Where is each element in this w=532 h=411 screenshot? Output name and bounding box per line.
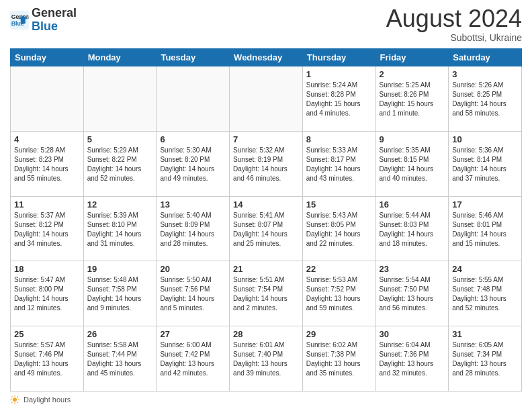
header-sunday: Sunday xyxy=(11,49,84,66)
table-row: 25Sunrise: 5:57 AM Sunset: 7:46 PM Dayli… xyxy=(11,326,84,392)
day-info: Sunrise: 5:50 AM Sunset: 7:56 PM Dayligh… xyxy=(160,275,226,313)
day-number: 11 xyxy=(14,199,80,210)
svg-line-12 xyxy=(11,402,12,403)
day-number: 23 xyxy=(380,264,445,274)
day-number: 16 xyxy=(380,199,445,210)
svg-point-4 xyxy=(13,398,17,402)
table-row: 10Sunrise: 5:36 AM Sunset: 8:14 PM Dayli… xyxy=(449,131,522,196)
header-saturday: Saturday xyxy=(449,49,522,66)
table-row: 20Sunrise: 5:50 AM Sunset: 7:56 PM Dayli… xyxy=(157,261,230,326)
day-number: 21 xyxy=(233,264,299,274)
day-info: Sunrise: 5:41 AM Sunset: 8:07 PM Dayligh… xyxy=(233,211,299,248)
day-info: Sunrise: 5:26 AM Sunset: 8:25 PM Dayligh… xyxy=(452,81,518,118)
table-row: 23Sunrise: 5:54 AM Sunset: 7:50 PM Dayli… xyxy=(375,261,449,326)
table-row: 9Sunrise: 5:35 AM Sunset: 8:15 PM Daylig… xyxy=(375,131,449,196)
table-row: 8Sunrise: 5:33 AM Sunset: 8:17 PM Daylig… xyxy=(302,131,375,196)
day-info: Sunrise: 5:35 AM Sunset: 8:15 PM Dayligh… xyxy=(380,146,445,183)
table-row: 3Sunrise: 5:26 AM Sunset: 8:25 PM Daylig… xyxy=(449,66,522,132)
footer-note: Daylight hours xyxy=(10,395,522,404)
location: Subottsi, Ukraine xyxy=(386,32,522,43)
table-row: 15Sunrise: 5:43 AM Sunset: 8:05 PM Dayli… xyxy=(302,196,375,261)
day-info: Sunrise: 5:57 AM Sunset: 7:46 PM Dayligh… xyxy=(14,340,80,378)
day-number: 7 xyxy=(233,134,299,144)
table-row: 22Sunrise: 5:53 AM Sunset: 7:52 PM Dayli… xyxy=(302,261,375,326)
svg-text:General: General xyxy=(11,13,29,20)
day-number: 29 xyxy=(306,329,372,339)
table-row: 21Sunrise: 5:51 AM Sunset: 7:54 PM Dayli… xyxy=(230,261,303,326)
logo-icon: General Blue xyxy=(10,11,29,30)
day-info: Sunrise: 5:40 AM Sunset: 8:09 PM Dayligh… xyxy=(160,211,226,248)
day-number: 22 xyxy=(306,264,372,274)
table-row: 27Sunrise: 6:00 AM Sunset: 7:42 PM Dayli… xyxy=(157,326,230,392)
day-number: 25 xyxy=(14,329,80,339)
day-number: 3 xyxy=(452,69,518,79)
calendar-header-row: Sunday Monday Tuesday Wednesday Thursday… xyxy=(11,49,522,66)
day-info: Sunrise: 5:36 AM Sunset: 8:14 PM Dayligh… xyxy=(452,146,518,183)
table-row: 16Sunrise: 5:44 AM Sunset: 8:03 PM Dayli… xyxy=(375,196,449,261)
day-number: 4 xyxy=(14,134,80,144)
day-number: 5 xyxy=(87,134,153,144)
day-info: Sunrise: 6:00 AM Sunset: 7:42 PM Dayligh… xyxy=(160,340,226,378)
table-row: 24Sunrise: 5:55 AM Sunset: 7:48 PM Dayli… xyxy=(449,261,522,326)
day-number: 10 xyxy=(452,134,518,144)
day-info: Sunrise: 5:48 AM Sunset: 7:58 PM Dayligh… xyxy=(87,275,153,313)
day-info: Sunrise: 5:30 AM Sunset: 8:20 PM Dayligh… xyxy=(160,146,226,183)
day-number: 27 xyxy=(160,329,226,339)
header-thursday: Thursday xyxy=(302,49,375,66)
table-row: 1Sunrise: 5:24 AM Sunset: 8:28 PM Daylig… xyxy=(302,66,375,132)
table-row: 13Sunrise: 5:40 AM Sunset: 8:09 PM Dayli… xyxy=(157,196,230,261)
day-info: Sunrise: 5:29 AM Sunset: 8:22 PM Dayligh… xyxy=(87,146,153,183)
table-row: 28Sunrise: 6:01 AM Sunset: 7:40 PM Dayli… xyxy=(230,326,303,392)
day-info: Sunrise: 6:02 AM Sunset: 7:38 PM Dayligh… xyxy=(306,340,372,378)
day-info: Sunrise: 6:04 AM Sunset: 7:36 PM Dayligh… xyxy=(380,340,445,378)
day-number: 9 xyxy=(380,134,445,144)
table-row: 19Sunrise: 5:48 AM Sunset: 7:58 PM Dayli… xyxy=(83,261,157,326)
calendar-week-row: 1Sunrise: 5:24 AM Sunset: 8:28 PM Daylig… xyxy=(11,66,522,132)
day-info: Sunrise: 5:24 AM Sunset: 8:28 PM Dayligh… xyxy=(306,81,372,118)
table-row: 4Sunrise: 5:28 AM Sunset: 8:23 PM Daylig… xyxy=(11,131,84,196)
day-info: Sunrise: 5:58 AM Sunset: 7:44 PM Dayligh… xyxy=(87,340,153,378)
day-number: 20 xyxy=(160,264,226,274)
table-row: 17Sunrise: 5:46 AM Sunset: 8:01 PM Dayli… xyxy=(449,196,522,261)
table-row: 2Sunrise: 5:25 AM Sunset: 8:26 PM Daylig… xyxy=(375,66,449,132)
day-number: 14 xyxy=(233,199,299,210)
day-number: 30 xyxy=(380,329,445,339)
day-number: 31 xyxy=(452,329,518,339)
day-info: Sunrise: 5:33 AM Sunset: 8:17 PM Dayligh… xyxy=(306,146,372,183)
table-row xyxy=(230,66,303,132)
day-number: 28 xyxy=(233,329,299,339)
table-row: 7Sunrise: 5:32 AM Sunset: 8:19 PM Daylig… xyxy=(230,131,303,196)
day-number: 1 xyxy=(306,69,372,79)
day-info: Sunrise: 5:51 AM Sunset: 7:54 PM Dayligh… xyxy=(233,275,299,313)
day-info: Sunrise: 6:01 AM Sunset: 7:40 PM Dayligh… xyxy=(233,340,299,378)
day-info: Sunrise: 5:37 AM Sunset: 8:12 PM Dayligh… xyxy=(14,211,80,248)
day-info: Sunrise: 5:25 AM Sunset: 8:26 PM Dayligh… xyxy=(380,81,445,118)
table-row: 29Sunrise: 6:02 AM Sunset: 7:38 PM Dayli… xyxy=(302,326,375,392)
day-number: 19 xyxy=(87,264,153,274)
svg-line-9 xyxy=(11,396,12,397)
day-info: Sunrise: 5:47 AM Sunset: 8:00 PM Dayligh… xyxy=(14,275,80,313)
table-row xyxy=(11,66,84,132)
table-row: 14Sunrise: 5:41 AM Sunset: 8:07 PM Dayli… xyxy=(230,196,303,261)
calendar-week-row: 25Sunrise: 5:57 AM Sunset: 7:46 PM Dayli… xyxy=(11,326,522,392)
calendar-week-row: 11Sunrise: 5:37 AM Sunset: 8:12 PM Dayli… xyxy=(11,196,522,261)
day-number: 8 xyxy=(306,134,372,144)
day-info: Sunrise: 5:53 AM Sunset: 7:52 PM Dayligh… xyxy=(306,275,372,313)
table-row: 6Sunrise: 5:30 AM Sunset: 8:20 PM Daylig… xyxy=(157,131,230,196)
day-number: 17 xyxy=(452,199,518,210)
table-row: 11Sunrise: 5:37 AM Sunset: 8:12 PM Dayli… xyxy=(11,196,84,261)
table-row: 30Sunrise: 6:04 AM Sunset: 7:36 PM Dayli… xyxy=(375,326,449,392)
day-number: 2 xyxy=(380,69,445,79)
calendar: Sunday Monday Tuesday Wednesday Thursday… xyxy=(10,48,522,392)
logo: General Blue General Blue xyxy=(10,7,77,34)
day-info: Sunrise: 5:32 AM Sunset: 8:19 PM Dayligh… xyxy=(233,146,299,183)
day-number: 18 xyxy=(14,264,80,274)
svg-line-10 xyxy=(17,402,18,403)
header-wednesday: Wednesday xyxy=(230,49,303,66)
title-block: August 2024 Subottsi, Ukraine xyxy=(386,7,522,43)
day-info: Sunrise: 5:46 AM Sunset: 8:01 PM Dayligh… xyxy=(452,211,518,248)
table-row: 5Sunrise: 5:29 AM Sunset: 8:22 PM Daylig… xyxy=(83,131,157,196)
month-year: August 2024 xyxy=(386,7,522,31)
day-info: Sunrise: 5:39 AM Sunset: 8:10 PM Dayligh… xyxy=(87,211,153,248)
header-friday: Friday xyxy=(375,49,449,66)
